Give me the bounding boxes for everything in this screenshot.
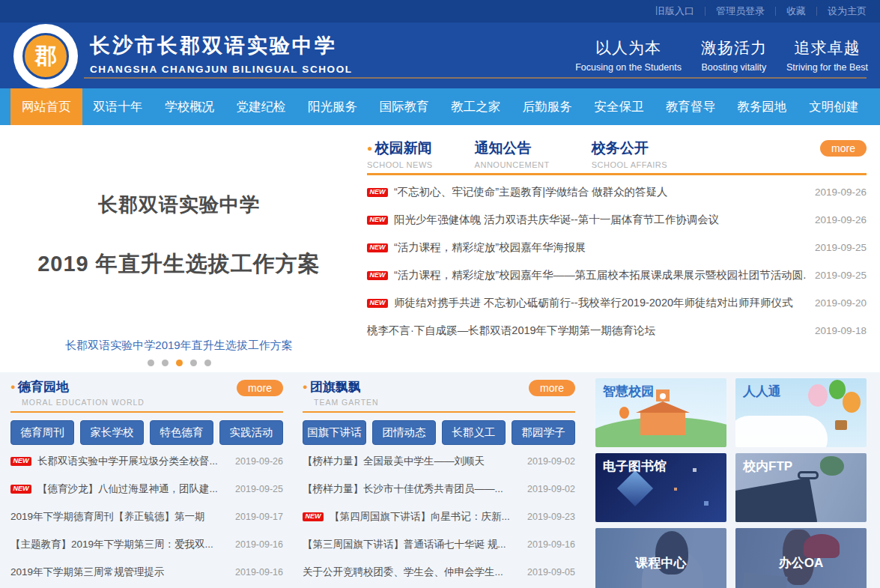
slogan-1-zh: 以人为本	[575, 37, 682, 58]
list-item[interactable]: NEW 【德育沙龙】八仙过海显神通，团队建... 2019-09-25	[10, 475, 283, 503]
news-row[interactable]: NEW “不忘初心、牢记使命”主题教育|学做结合 做群众的答疑人 2019-09…	[367, 178, 867, 206]
item-date: 2019-09-02	[527, 484, 575, 494]
slogan-2-zh: 激扬活力	[701, 37, 767, 58]
pink-balloon-shape	[808, 384, 828, 407]
item-date: 2019-09-17	[235, 512, 283, 522]
tab-school-news-label: 校园新闻	[367, 139, 433, 158]
slider-dot-5[interactable]	[204, 360, 211, 366]
news-row[interactable]: NEW 桃李不言·下自成蹊—长郡双语2019年下学期第一期德育论坛 2019-0…	[367, 317, 867, 345]
tab-school-affairs-sublabel: SCHOOL AFFAIRS	[592, 160, 667, 169]
button-moral-weekly[interactable]: 德育周刊	[10, 420, 74, 445]
item-date: 2019-09-16	[527, 539, 575, 550]
topbar-link-old-version[interactable]: 旧版入口	[655, 4, 694, 18]
moral-education-panel: 德育园地 MORAL EDUCATION WORLD more 德育周刊 家长学…	[10, 378, 283, 586]
spark-shape	[693, 468, 697, 472]
tile-e-library[interactable]: 电子图书馆	[595, 453, 726, 522]
slogan-2: 激扬活力 Boosting vitality	[701, 37, 767, 73]
slider-dot-2[interactable]	[162, 360, 169, 366]
item-date: 2019-09-26	[235, 456, 283, 467]
list-item[interactable]: NEW 2019年下学期德育周刊【养正毓德】第一期 2019-09-17	[10, 503, 283, 530]
slider-slide[interactable]: 长郡双语实验中学 2019 年直升生选拔工作方案	[0, 135, 358, 336]
news-row[interactable]: NEW “活力课程，精彩绽放”校园嘉年华——第五届校本拓展课成果展示暨校园社团节…	[367, 261, 867, 289]
topbar-link-set-homepage[interactable]: 设为主页	[828, 4, 867, 18]
school-roof-shape	[636, 401, 690, 413]
news-date: 2019-09-20	[815, 297, 867, 309]
tile-course-center[interactable]: 课程中心	[595, 528, 726, 588]
moral-section-underline	[10, 411, 283, 413]
item-date: 2019-09-25	[235, 484, 283, 494]
team-more-button[interactable]: more	[529, 380, 575, 396]
nav-item-education-supervision[interactable]: 教育督导	[655, 88, 726, 125]
list-item[interactable]: NEW 【第四周国旗下讲话】向星书记：庆新... 2019-09-23	[303, 503, 575, 530]
nav-item-safety-security[interactable]: 安全保卫	[583, 88, 655, 125]
list-item[interactable]: NEW 【榜样力量】长沙市十佳优秀共青团员——... 2019-09-02	[303, 475, 575, 503]
news-date: 2019-09-26	[815, 214, 867, 225]
tile-smart-campus[interactable]: 智慧校园	[595, 378, 726, 447]
nav-item-civilization-building[interactable]: 文明创建	[798, 88, 870, 125]
tab-school-affairs[interactable]: 校务公开 SCHOOL AFFAIRS	[592, 139, 667, 169]
page: 旧版入口 管理员登录 收藏 设为主页 郡 长沙市长郡双语实验中学 CHANGSH…	[0, 0, 880, 588]
school-logo[interactable]: 郡	[13, 24, 78, 88]
button-practice-activity[interactable]: 实践活动	[219, 420, 283, 445]
item-date: 2019-09-05	[527, 567, 575, 578]
list-item[interactable]: NEW 【榜样力量】全国最美中学生——刘顺天 2019-09-02	[303, 447, 575, 475]
slider-dot-4[interactable]	[190, 360, 197, 366]
nav-item-logistics-service[interactable]: 后勤服务	[512, 88, 583, 125]
list-item[interactable]: NEW 长郡双语实验中学开展垃圾分类全校督... 2019-09-26	[10, 447, 283, 475]
tile-office-oa[interactable]: 办公OA	[735, 528, 867, 588]
new-badge-icon: NEW	[10, 485, 31, 494]
button-flag-speech[interactable]: 国旗下讲话	[303, 420, 366, 445]
news-more-button[interactable]: more	[820, 140, 867, 157]
nav-item-academic-affairs[interactable]: 教务园地	[726, 88, 798, 125]
button-parent-school[interactable]: 家长学校	[80, 420, 144, 445]
item-date: 2019-09-16	[235, 567, 283, 578]
nav-item-bilingual-decade[interactable]: 双语十年	[82, 88, 154, 125]
school-name-zh: 长沙市长郡双语实验中学	[90, 32, 353, 59]
slider-dot-1[interactable]	[148, 360, 154, 366]
team-buttons: 国旗下讲话 团情动态 长郡义工 郡园学子	[303, 420, 575, 445]
list-item[interactable]: NEW 【主题教育】2019年下学期第三周：爱我双... 2019-09-16	[10, 530, 283, 558]
news-panel: 校园新闻 SCHOOL NEWS 通知公告 ANNOUNCEMENT 校务公开 …	[367, 139, 867, 345]
topbar: 旧版入口 管理员登录 收藏 设为主页	[0, 0, 880, 22]
button-league-news[interactable]: 团情动态	[372, 420, 436, 445]
button-students[interactable]: 郡园学子	[512, 420, 575, 445]
team-section-head: 团旗飘飘 TEAM GARTEN more	[303, 378, 575, 410]
nav-item-international-education[interactable]: 国际教育	[368, 88, 440, 125]
button-volunteers[interactable]: 长郡义工	[442, 420, 506, 445]
tile-campus-ftp[interactable]: 校内FTP	[735, 453, 867, 522]
tab-announcement[interactable]: 通知公告 ANNOUNCEMENT	[475, 139, 550, 169]
school-building-shape	[640, 413, 685, 435]
new-badge-icon: NEW	[303, 512, 324, 521]
slider-caption[interactable]: 长郡双语实验中学2019年直升生选拔工作方案	[0, 339, 358, 353]
moral-section-head: 德育园地 MORAL EDUCATION WORLD more	[10, 378, 283, 410]
slider-dot-3[interactable]	[176, 360, 183, 366]
news-title: “不忘初心、牢记使命”主题教育|学做结合 做群众的答疑人	[394, 185, 806, 199]
topbar-link-admin-login[interactable]: 管理员登录	[716, 4, 765, 18]
tab-school-news[interactable]: 校园新闻 SCHOOL NEWS	[367, 139, 433, 169]
slogan-1-en: Focusing on the Students	[575, 62, 682, 73]
new-badge-icon: NEW	[367, 271, 388, 280]
news-date: 2019-09-26	[815, 187, 867, 198]
orange-balloon-shape	[843, 392, 861, 413]
item-title: 长郡双语实验中学开展垃圾分类全校督...	[37, 455, 226, 468]
list-item[interactable]: NEW 【第三周国旗下讲话】普通话诵七十华诞 规... 2019-09-16	[303, 530, 575, 558]
tab-school-affairs-label: 校务公开	[592, 139, 667, 158]
news-row[interactable]: NEW 师徒结对携手共进 不忘初心砥砺前行--我校举行2019-2020年师徒结…	[367, 289, 867, 317]
moral-more-button[interactable]: more	[237, 380, 283, 396]
tile-renrentong[interactable]: 人人通	[735, 378, 867, 447]
item-date: 2019-09-16	[235, 539, 283, 550]
news-row[interactable]: NEW “活力课程，精彩绽放”校园嘉年华海报展 2019-09-25	[367, 234, 867, 261]
nav-item-sunshine-service[interactable]: 阳光服务	[297, 88, 368, 125]
nav-item-staff-home[interactable]: 教工之家	[440, 88, 512, 125]
list-item[interactable]: NEW 2019年下学期第三周常规管理提示 2019-09-16	[10, 558, 283, 586]
nav-item-home[interactable]: 网站首页	[10, 88, 82, 125]
topbar-link-favorite[interactable]: 收藏	[786, 4, 806, 18]
balloon-shape	[619, 407, 629, 419]
button-special-moral[interactable]: 特色德育	[150, 420, 213, 445]
news-row[interactable]: NEW 阳光少年强健体魄 活力双语共庆华诞--第十一届体育节工作协调会议 201…	[367, 206, 867, 234]
nav-item-party-discipline[interactable]: 党建纪检	[225, 88, 297, 125]
item-title: 2019年下学期第三周常规管理提示	[10, 566, 226, 579]
list-item[interactable]: NEW 关于公开竞聘校团委、学生会、仲申会学生... 2019-09-05	[303, 558, 575, 586]
prism-shape	[617, 470, 653, 506]
nav-item-school-overview[interactable]: 学校概况	[154, 88, 225, 125]
